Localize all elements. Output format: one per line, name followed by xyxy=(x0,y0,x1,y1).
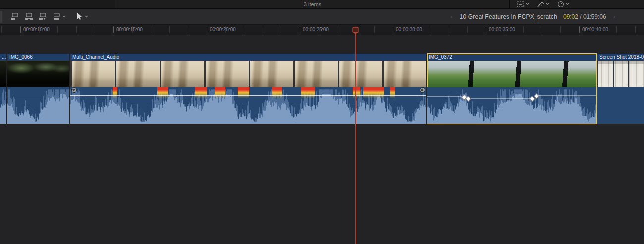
audio-peak-warning xyxy=(301,87,315,98)
volume-line[interactable] xyxy=(7,96,69,96)
browser-item-count: 3 items xyxy=(304,1,321,7)
ruler-tick xyxy=(57,26,58,33)
project-title: 10 Great Features in FCPX_scratch xyxy=(460,13,557,20)
ruler-tick xyxy=(430,26,430,33)
ruler-timecode-label: 00:00:40:00 xyxy=(582,25,608,35)
chevron-down-icon xyxy=(526,3,529,5)
clip-title: Screen Shot 2018-06- xyxy=(597,54,644,61)
chevron-down-icon xyxy=(566,3,569,5)
chevron-down-icon xyxy=(85,15,88,18)
audio-peak-warning xyxy=(113,87,117,98)
timecode-display[interactable]: 09:02 / 01:59:06 xyxy=(563,13,606,20)
enhancements-popup-button[interactable] xyxy=(537,1,549,7)
ruler-tick xyxy=(337,26,337,33)
ruler-tick xyxy=(560,26,561,33)
ruler-tick xyxy=(393,26,393,33)
waveform-canvas xyxy=(7,87,69,124)
ruler-tick xyxy=(76,26,77,33)
playhead[interactable] xyxy=(352,27,359,244)
clip-img-0066[interactable]: IMG_0066 xyxy=(7,54,69,124)
audio-peak-warning xyxy=(238,87,249,98)
ruler-tick xyxy=(635,26,636,33)
tool-selector[interactable] xyxy=(77,9,88,24)
fade-handle-left[interactable] xyxy=(71,87,77,93)
append-edit-button[interactable] xyxy=(39,13,47,20)
ruler-tick xyxy=(300,26,300,33)
previous-project-button[interactable]: ‹ xyxy=(449,13,453,20)
volume-line[interactable] xyxy=(0,96,6,96)
ruler-timecode-label: 00:00:25:00 xyxy=(303,25,329,35)
fade-handle-right[interactable] xyxy=(420,87,425,93)
browser-status-bar: 3 items xyxy=(0,0,644,9)
clip-title: IMG_0066 xyxy=(7,54,69,61)
clip-audio-waveform xyxy=(0,87,6,124)
ruler-timecode-label: 00:00:15:00 xyxy=(116,25,143,35)
chevron-down-icon xyxy=(546,3,549,5)
clip-title: IMG_0372 xyxy=(427,54,596,61)
clip-screen-shot[interactable]: Screen Shot 2018-06- xyxy=(597,54,644,124)
volume-keyframe-line[interactable] xyxy=(427,87,596,124)
transform-icon xyxy=(517,1,524,7)
ruler-tick xyxy=(207,26,207,33)
clip-filmstrip xyxy=(597,61,644,87)
clip-audio-waveform xyxy=(7,87,69,124)
audio-peak-warning xyxy=(272,87,282,98)
ruler-tick xyxy=(113,26,114,33)
ruler-tick xyxy=(95,26,95,33)
audio-peak-warning xyxy=(215,87,225,98)
viewer-controls-bar xyxy=(510,0,644,8)
chevron-down-icon xyxy=(62,15,66,18)
magic-wand-icon xyxy=(537,1,544,7)
timeline-ruler[interactable]: 00:00:10:0000:00:15:0000:00:20:0000:00:2… xyxy=(0,25,644,35)
ruler-tick xyxy=(579,26,580,33)
edit-tools-group xyxy=(11,9,66,24)
ruler-tick xyxy=(616,26,617,33)
browser-bottom-bar: 3 items xyxy=(115,0,510,8)
timecode-separator: / xyxy=(578,13,583,20)
timeline-toolbar: ‹ 10 Great Features in FCPX_scratch 09:0… xyxy=(0,9,644,25)
ruler-tick xyxy=(169,26,170,33)
current-timecode: 09:02 xyxy=(563,13,578,20)
sidebar-bottom-bar xyxy=(0,0,115,8)
overwrite-edit-button[interactable] xyxy=(53,13,66,20)
clip-audio-waveform xyxy=(597,87,644,124)
fcpx-timeline-window: 3 items xyxy=(0,0,644,244)
append-edit-icon xyxy=(39,13,47,20)
total-duration: 01:59:06 xyxy=(583,13,606,20)
ruler-tick xyxy=(523,26,524,33)
ruler-tick xyxy=(374,26,375,33)
volume-line[interactable] xyxy=(70,95,426,96)
ruler-timecode-label: 00:00:20:00 xyxy=(210,25,236,35)
audio-peak-warning xyxy=(195,87,207,98)
ruler-tick xyxy=(449,26,449,33)
timeline-canvas[interactable]: ...IMG_0066Multi_Channel_AudioIMG_0372Sc… xyxy=(0,35,644,244)
ruler-tick xyxy=(1,26,2,33)
ruler-tick xyxy=(263,26,263,33)
ruler-tick xyxy=(486,26,486,33)
clip-img-0372[interactable]: IMG_0372 xyxy=(427,54,596,124)
clip-multi-channel-audio[interactable]: Multi_Channel_Audio xyxy=(70,54,426,124)
playhead-line xyxy=(355,32,356,244)
clip-filmstrip xyxy=(0,61,6,87)
connect-edit-icon xyxy=(11,13,19,20)
select-arrow-icon xyxy=(77,13,83,20)
audio-peak-warning xyxy=(363,87,384,98)
ruler-timecode-label: 00:00:35:00 xyxy=(489,25,515,35)
retime-popup-button[interactable] xyxy=(557,1,569,7)
clip-filmstrip xyxy=(7,61,69,87)
ruler-tick xyxy=(188,26,188,33)
insert-edit-icon xyxy=(25,13,33,20)
ruler-tick xyxy=(20,26,21,33)
ruler-tick xyxy=(244,26,244,33)
speedometer-icon xyxy=(557,1,564,7)
overwrite-edit-icon xyxy=(53,13,61,20)
connect-edit-button[interactable] xyxy=(11,13,19,20)
clip-partial[interactable]: ... xyxy=(0,54,6,124)
next-project-button[interactable]: › xyxy=(612,13,616,20)
ruler-tick xyxy=(151,26,151,33)
audio-peak-warning xyxy=(390,87,395,98)
ruler-tick xyxy=(542,26,542,33)
transform-popup-button[interactable] xyxy=(517,1,529,7)
insert-edit-button[interactable] xyxy=(25,13,33,20)
ruler-tick xyxy=(467,26,468,33)
